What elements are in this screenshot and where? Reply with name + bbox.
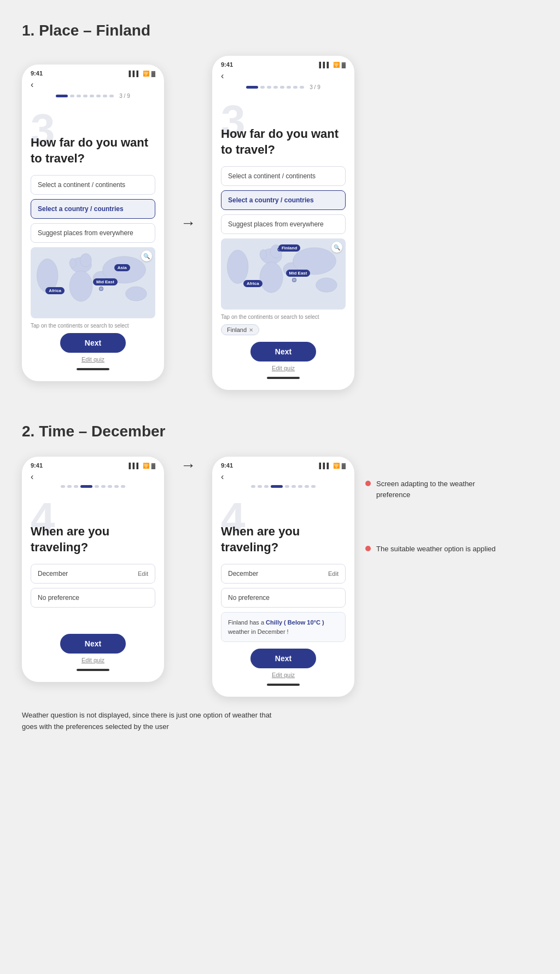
map-label-asia: Asia xyxy=(114,264,130,271)
progress-label: 3 / 9 xyxy=(310,84,320,90)
home-indicator xyxy=(77,368,109,370)
annotation-dot-1 xyxy=(365,481,371,486)
finland-tag[interactable]: Finland ✕ xyxy=(221,324,259,335)
bottom-note: Weather question is not displayed, since… xyxy=(22,710,284,733)
dot-active xyxy=(80,485,92,488)
back-arrow[interactable]: ‹ xyxy=(31,80,155,90)
home-indicator xyxy=(267,684,300,686)
annotation-block-1: Screen adapting to the weather preferenc… xyxy=(365,479,497,500)
phone-content: ‹ 3 / 9 3 How far do you want to travel?… xyxy=(212,71,354,390)
dot xyxy=(258,485,262,488)
next-button[interactable]: Next xyxy=(250,342,316,361)
edit-quiz-link[interactable]: Edit quiz xyxy=(31,657,155,663)
annotation-block-2: The suitable weather option is applied xyxy=(365,544,497,555)
back-arrow[interactable]: ‹ xyxy=(221,71,346,81)
phone-content: ‹ 4 When are you traveling? December xyxy=(22,472,164,682)
map-hint: Tap on the continents or search to selec… xyxy=(31,323,155,329)
dot xyxy=(291,485,296,488)
option-continent[interactable]: Select a continent / continents xyxy=(221,166,346,186)
phone-content: ‹ 3 / 9 3 How far do you want to travel?… xyxy=(22,80,164,381)
map-label-africa: Africa xyxy=(45,287,65,294)
edit-quiz-link[interactable]: Edit quiz xyxy=(31,356,155,363)
dot xyxy=(287,86,291,89)
question-title: How far do you want to travel? xyxy=(31,135,155,166)
phone-content: ‹ 4 When are you traveling? December xyxy=(212,472,354,697)
signal-icon: ▌▌▌ xyxy=(129,463,140,469)
svg-point-2 xyxy=(69,258,76,268)
status-icons: ▌▌▌ 🛜 ▓ xyxy=(129,463,155,469)
svg-point-3 xyxy=(80,254,91,267)
svg-point-17 xyxy=(316,278,337,292)
signal-icon: ▌▌▌ xyxy=(319,463,330,469)
month-value: December xyxy=(228,570,258,578)
edit-quiz-link[interactable]: Edit quiz xyxy=(221,365,346,371)
option-country[interactable]: Select a country / countries xyxy=(31,199,155,219)
time: 9:41 xyxy=(221,61,233,68)
progress-label: 3 / 9 xyxy=(119,93,130,99)
status-bar: 9:41 ▌▌▌ 🛜 ▓ xyxy=(212,457,354,472)
progress-dots: 3 / 9 xyxy=(31,93,155,99)
dot xyxy=(67,485,72,488)
option-everywhere[interactable]: Suggest places from everywhere xyxy=(31,223,155,243)
next-button[interactable]: Next xyxy=(60,634,126,654)
phone1-section1: 9:41 ▌▌▌ 🛜 ▓ ‹ 3 / 9 xyxy=(22,65,164,381)
option-country[interactable]: Select a country / countries xyxy=(221,190,346,210)
edit-quiz-link[interactable]: Edit quiz xyxy=(221,672,346,678)
dot xyxy=(96,95,101,97)
dot xyxy=(95,485,99,488)
status-bar: 9:41 ▌▌▌ 🛜 ▓ xyxy=(212,56,354,71)
wifi-icon: 🛜 xyxy=(333,463,340,469)
map-dot xyxy=(292,278,296,282)
phone1-section2: 9:41 ▌▌▌ 🛜 ▓ ‹ xyxy=(22,457,164,682)
progress-dots xyxy=(221,485,346,488)
back-arrow[interactable]: ‹ xyxy=(221,472,346,482)
no-preference-option[interactable]: No preference xyxy=(31,588,155,608)
map-area[interactable]: 🔍 Asia Mid East Africa xyxy=(31,247,155,318)
back-arrow[interactable]: ‹ xyxy=(31,472,155,482)
svg-point-4 xyxy=(69,271,92,301)
annotation-text-1: Screen adapting to the weather preferenc… xyxy=(376,479,497,500)
edit-month-link[interactable]: Edit xyxy=(328,570,339,577)
status-bar: 9:41 ▌▌▌ 🛜 ▓ xyxy=(22,65,164,80)
dot xyxy=(83,95,88,97)
dot xyxy=(251,485,255,488)
battery-icon: ▓ xyxy=(151,463,155,469)
signal-icon: ▌▌▌ xyxy=(319,62,330,68)
dot xyxy=(311,485,316,488)
section-1: 1. Place – Finland 9:41 ▌▌▌ 🛜 ▓ ‹ xyxy=(22,22,538,390)
signal-icon: ▌▌▌ xyxy=(129,71,140,77)
phones-row-2: 9:41 ▌▌▌ 🛜 ▓ ‹ xyxy=(22,457,538,697)
next-button[interactable]: Next xyxy=(60,333,126,353)
wifi-icon: 🛜 xyxy=(333,62,340,68)
status-icons: ▌▌▌ 🛜 ▓ xyxy=(129,71,155,77)
map-label-mideast: Mid East xyxy=(286,270,311,277)
svg-point-8 xyxy=(126,287,147,301)
status-bar: 9:41 ▌▌▌ 🛜 ▓ xyxy=(22,457,164,472)
dot-active xyxy=(56,95,68,97)
home-indicator xyxy=(77,669,109,671)
dot xyxy=(293,86,298,89)
dot-active xyxy=(271,485,283,488)
dot-active xyxy=(246,86,258,89)
month-input-row[interactable]: December Edit xyxy=(221,564,346,584)
question-title: How far do you want to travel? xyxy=(221,126,346,158)
no-preference-option[interactable]: No preference xyxy=(221,588,346,608)
tag-label: Finland xyxy=(227,326,247,333)
edit-month-link[interactable]: Edit xyxy=(138,570,148,577)
dot xyxy=(300,86,304,89)
option-continent[interactable]: Select a continent / continents xyxy=(31,175,155,195)
map-label-finland: Finland xyxy=(278,244,300,252)
tag-remove-icon[interactable]: ✕ xyxy=(249,327,253,333)
battery-icon: ▓ xyxy=(342,62,346,68)
next-button[interactable]: Next xyxy=(250,649,316,668)
option-everywhere[interactable]: Suggest places from everywhere xyxy=(221,214,346,234)
month-value: December xyxy=(38,570,68,578)
weather-highlight: Chilly ( Below 10°C ) xyxy=(266,619,324,626)
svg-point-13 xyxy=(260,262,283,293)
map-area[interactable]: 🔍 Finland Mid East Africa xyxy=(221,238,346,310)
dot xyxy=(305,485,309,488)
dot xyxy=(108,485,112,488)
question-title: When are you traveling? xyxy=(221,524,346,555)
time: 9:41 xyxy=(31,70,43,77)
month-input-row[interactable]: December Edit xyxy=(31,564,155,584)
